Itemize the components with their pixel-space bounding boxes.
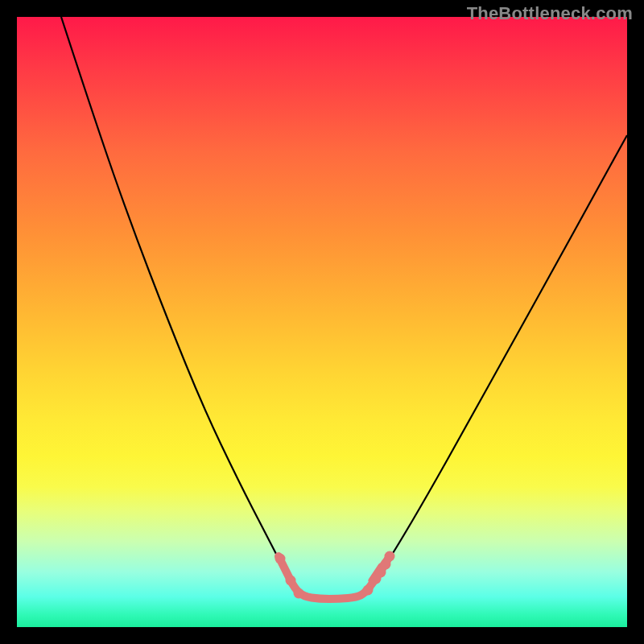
curve-svg [17,17,627,627]
highlight-dot [385,551,395,562]
highlight-dot [275,554,286,564]
highlight-dot [363,585,374,596]
highlight-dot [294,588,304,599]
watermark-text: TheBottleneck.com [467,3,633,24]
bottleneck-curve [61,17,627,599]
highlight-dot [286,576,296,586]
chart-plot-area [17,17,627,627]
